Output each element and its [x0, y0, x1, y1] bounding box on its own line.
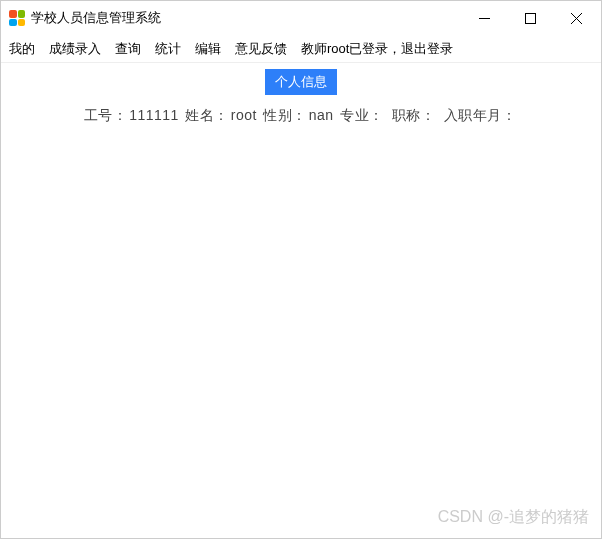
value-name: root: [231, 107, 257, 123]
menu-edit[interactable]: 编辑: [195, 40, 221, 58]
svg-rect-1: [525, 13, 535, 23]
window-title: 学校人员信息管理系统: [31, 9, 161, 27]
menu-stats[interactable]: 统计: [155, 40, 181, 58]
info-row: 工号：111111 姓名：root 性别：nan 专业： 职称： 入职年月：: [1, 107, 601, 125]
personal-info-heading[interactable]: 个人信息: [265, 69, 337, 95]
label-title: 职称：: [392, 107, 436, 123]
value-gender: nan: [309, 107, 334, 123]
menu-feedback[interactable]: 意见反馈: [235, 40, 287, 58]
app-icon: [9, 10, 25, 26]
label-hire-date: 入职年月：: [444, 107, 517, 123]
label-gender: 性别：: [263, 107, 307, 123]
titlebar: 学校人员信息管理系统: [1, 1, 601, 35]
menu-my[interactable]: 我的: [9, 40, 35, 58]
menu-grade-entry[interactable]: 成绩录入: [49, 40, 101, 58]
content-area: 个人信息 工号：111111 姓名：root 性别：nan 专业： 职称： 入职…: [1, 63, 601, 538]
label-major: 专业：: [340, 107, 384, 123]
maximize-button[interactable]: [507, 2, 553, 34]
watermark: CSDN @-追梦的猪猪: [438, 507, 589, 528]
menu-query[interactable]: 查询: [115, 40, 141, 58]
label-name: 姓名：: [185, 107, 229, 123]
label-id: 工号：: [84, 107, 128, 123]
login-status-logout[interactable]: 教师root已登录，退出登录: [301, 40, 453, 58]
close-button[interactable]: [553, 2, 599, 34]
value-id: 111111: [129, 107, 179, 123]
menubar: 我的 成绩录入 查询 统计 编辑 意见反馈 教师root已登录，退出登录: [1, 35, 601, 63]
minimize-button[interactable]: [461, 2, 507, 34]
